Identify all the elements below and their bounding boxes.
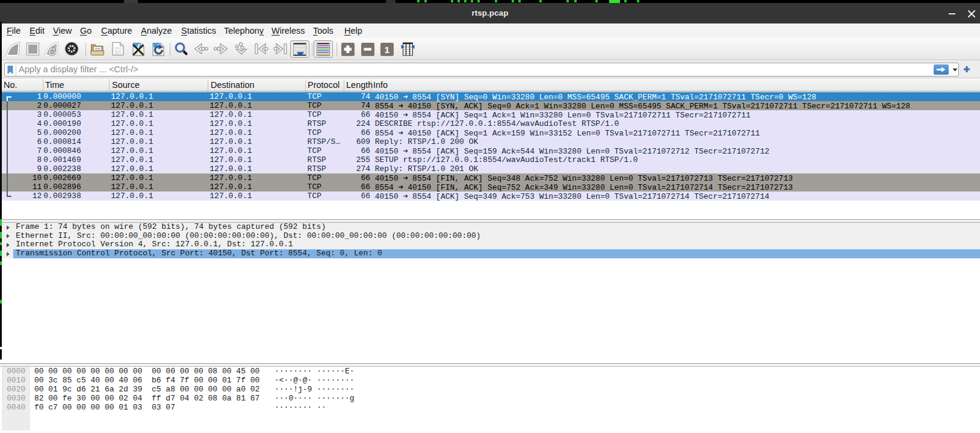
svg-text:1: 1 xyxy=(384,45,389,55)
svg-text:0111: 0111 xyxy=(114,52,122,55)
